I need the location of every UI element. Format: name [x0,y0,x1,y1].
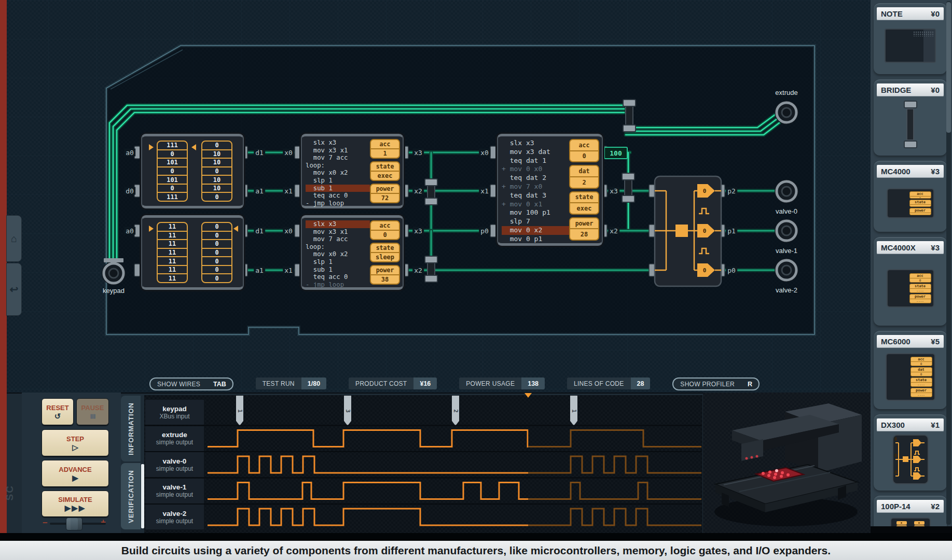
code-editor[interactable]: slx x3 mov x3 dat teq dat 1+ mov 0 x0 te… [498,136,569,243]
dx300-thumb-gate-value: 0 [894,454,897,458]
ram-cell[interactable]: 11 [158,248,187,257]
ram-address-column[interactable]: 111010101010111 [157,141,188,202]
mini-registers: acc0state----power---- [909,272,931,304]
bottom-divider [0,533,952,541]
wire-label: x3 [608,187,619,195]
ram-cell[interactable]: 0 [158,166,187,175]
scrollbar-thumb[interactable] [946,2,951,133]
device-3d-render [708,400,864,531]
part-header: MC4000X¥3 [877,241,944,254]
register-power: power72 [370,184,400,203]
dx300-gate-value: 0 [703,228,707,234]
part-name: MC4000X [881,243,916,252]
pin-column [896,521,907,527]
ram-cell[interactable]: 10 [202,149,231,158]
ram-cell[interactable]: 0 [158,184,187,192]
mc4000-chip-2[interactable]: slx x3 mov x3 x1 mov 7 accloop: mov x0 x… [301,215,404,290]
mini-register-power: power---- [910,388,932,397]
register-value: 0 [570,151,598,162]
ram-data-column[interactable]: 01010010100 [201,141,232,202]
ram-cell[interactable]: 10 [202,184,231,192]
code-line: + mov 7 x0 [502,183,569,191]
ram-cell[interactable]: 11 [158,231,187,240]
ram-cell[interactable]: 0 [202,256,231,265]
ram-cell[interactable]: 0 [202,231,231,240]
ram-address-column[interactable]: 11111111111111 [157,222,188,283]
code-line: - jmp loop [306,281,370,289]
ram-cell[interactable]: 0 [202,248,231,257]
trace-signal [208,483,701,499]
wire-label: p0 [479,227,490,235]
register-label: power [371,185,399,194]
status-value: R [741,379,758,389]
register-power: power38 [370,265,400,285]
ram-cell[interactable]: 101 [158,175,187,184]
register-label: state [371,244,399,253]
ram-cell[interactable]: 11 [158,239,187,248]
ram-chip-1[interactable]: 111010101010111 01010010100 [141,134,244,208]
ram-cell[interactable]: 11 [158,273,187,282]
ram-cell[interactable]: 0 [202,166,231,175]
pin-cell [896,521,907,525]
ram-cell[interactable]: 10 [202,158,231,166]
ram-cell[interactable]: 11 [158,223,187,231]
ram-cell[interactable]: 101 [158,158,187,166]
part-dx300[interactable]: DX300¥1000 [874,414,947,491]
code-editor[interactable]: slx x3 mov x3 x1 mov 7 accloop: mov x0 x… [302,136,370,206]
status-test-run: TEST RUN1/80 [256,377,327,389]
sidebar-scrollbar[interactable] [946,1,951,525]
ram-cell[interactable]: 0 [158,149,187,158]
register-label: acc [371,221,399,231]
valve-1-label: valve-1 [776,247,797,255]
ram-cell[interactable]: 0 [202,273,231,282]
note-dots [913,31,934,36]
ram-cell[interactable]: 0 [202,223,231,231]
ram-cell[interactable]: 11 [158,265,187,274]
status-show-profiler[interactable]: SHOW PROFILERR [672,377,760,390]
ram-data-column[interactable]: 0000000 [201,222,232,283]
ram-cell[interactable]: 11 [158,256,187,265]
part-mc4000[interactable]: MC4000¥3acc0state----power---- [874,161,947,232]
undo-button[interactable]: ↩ [6,263,22,316]
dx300-gate-value: 0 [703,267,707,274]
mc6000-chip[interactable]: slx x3 mov x3 dat teq dat 1+ mov 0 x0 te… [497,134,603,246]
ram-cell[interactable]: 0 [202,239,231,248]
wire-label: x1 [283,187,294,195]
ram-cell[interactable]: 0 [202,192,231,201]
register-state: statesleep [370,243,400,262]
part-note[interactable]: NOTE¥0 [874,3,947,74]
ram-cell[interactable]: 111 [158,142,187,149]
mc4000-chip-1[interactable]: slx x3 mov x3 x1 mov 7 accloop: mov x0 x… [301,134,404,208]
valve-1-terminal [775,219,798,243]
code-editor[interactable]: slx x3 mov x3 x1 mov 7 accloop: mov x0 x… [302,218,370,287]
part-mc6000[interactable]: MC6000¥5acc0dat0state----power---- [874,331,947,409]
status-value: ¥16 [413,377,437,389]
part-bridge[interactable]: BRIDGE¥0 [874,79,947,156]
status-power-usage: POWER USAGE138 [459,377,545,389]
ram-cell[interactable]: 0 [202,265,231,274]
part-mc4000x[interactable]: MC4000X¥3acc0state----power---- [874,237,947,326]
dx300-chip[interactable] [655,176,721,286]
ram-cell[interactable]: 0 [202,142,231,149]
register-state: stateexec [370,161,400,181]
register-stack: acc1stateexecpower72 [370,136,403,206]
ram-chip-2[interactable]: 11111111111111 0000000 [141,215,244,290]
bridge-cap [904,101,917,108]
pin-cell [914,525,925,527]
status-show-wires[interactable]: SHOW WIRESTAB [149,377,233,390]
part-price: ¥3 [931,167,940,176]
mini-register-value: 0 [911,372,932,376]
status-product-cost: PRODUCT COST¥16 [349,377,437,389]
code-line: mov x0 x2 [306,169,370,177]
parts-sidebar: NOTE¥0BRIDGE¥0MC4000¥3acc0state----power… [871,0,952,526]
part-header: BRIDGE¥0 [877,83,944,96]
time-cursor-icon[interactable] [525,393,532,398]
ram-cell[interactable]: 10 [202,175,231,184]
part-thumbnail: acc0state----power---- [877,254,944,323]
ram-cell[interactable]: 111 [158,192,187,201]
home-button[interactable]: ⌂ [6,215,22,262]
mini-register-label: acc [911,357,932,362]
part-100p-14[interactable]: 100P-14¥2 [874,496,947,526]
mini-register-value: ---- [911,383,932,386]
mini-register-label: state [910,200,931,205]
